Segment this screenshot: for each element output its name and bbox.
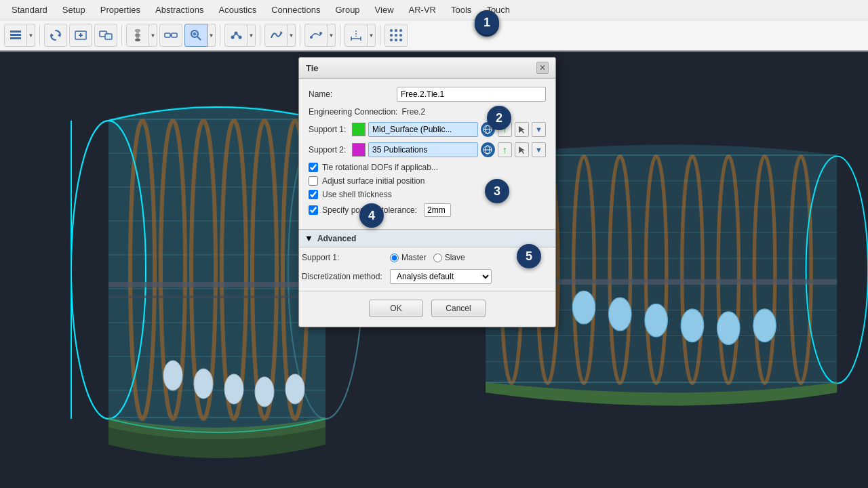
svg-rect-0 (10, 30, 21, 33)
support1-input[interactable] (368, 122, 478, 137)
menu-acoustics[interactable]: Acoustics (212, 2, 264, 18)
advanced-label: Advanced (317, 234, 356, 243)
svg-point-91 (681, 309, 704, 342)
menu-properties[interactable]: Properties (93, 2, 148, 18)
svg-point-42 (399, 39, 402, 41)
dialog-close-button[interactable]: ✕ (536, 62, 549, 74)
checkbox3-row: Use shell thickness (309, 190, 546, 199)
support2-globe-button[interactable] (481, 142, 495, 157)
menu-connections[interactable]: Connections (264, 2, 328, 18)
menu-tools[interactable]: Tools (443, 2, 479, 18)
master-option: Master (390, 253, 427, 262)
points-button-group: ▼ (224, 24, 256, 47)
svg-point-94 (753, 309, 776, 342)
svg-point-92 (609, 298, 632, 331)
support2-dropdown-button[interactable]: ▼ (532, 142, 546, 157)
badge-5: 5 (517, 244, 541, 268)
menu-group[interactable]: Group (328, 2, 367, 18)
svg-point-38 (395, 34, 397, 37)
master-label: Master (401, 253, 427, 262)
list-view-button-group: ▼ (4, 24, 35, 47)
points-arrow[interactable]: ▼ (248, 24, 256, 47)
badge-2: 2 (487, 106, 511, 130)
master-radio[interactable] (390, 253, 399, 262)
support-role-label: Support 1: (302, 253, 390, 262)
menu-setup[interactable]: Setup (55, 2, 93, 18)
disc-method-row: Discretization method: Analysis default … (302, 269, 553, 284)
cancel-button[interactable]: Cancel (431, 300, 486, 317)
support1-color (352, 123, 366, 136)
toolbar-separator-6 (340, 25, 340, 45)
support2-cursor-button[interactable] (515, 142, 529, 157)
toolbar-separator-2 (121, 25, 122, 45)
add-button[interactable] (69, 24, 92, 47)
support1-dropdown-button[interactable]: ▼ (532, 122, 546, 137)
list-view-arrow[interactable]: ▼ (27, 24, 35, 47)
svg-rect-16 (165, 33, 170, 37)
connection-button[interactable] (159, 24, 182, 47)
search-arrow[interactable]: ▼ (208, 24, 216, 47)
use-shell-checkbox[interactable] (309, 190, 318, 199)
disc-method-label: Discretization method: (302, 272, 390, 281)
curve-arrow[interactable]: ▼ (288, 24, 296, 47)
points-button[interactable] (224, 24, 248, 47)
toolbar-separator-7 (380, 25, 380, 45)
svg-point-28 (319, 32, 322, 35)
menu-standard[interactable]: Standard (4, 2, 55, 18)
tie-rotational-checkbox[interactable] (309, 163, 318, 172)
slave-option: Slave (433, 253, 465, 262)
badge-3: 3 (485, 179, 509, 203)
svg-line-26 (236, 33, 240, 37)
curve-button[interactable] (264, 24, 288, 47)
slave-radio[interactable] (433, 253, 442, 262)
support1-cursor-button[interactable] (515, 122, 529, 137)
svg-rect-2 (10, 37, 21, 39)
specify-tolerance-checkbox[interactable] (309, 205, 318, 215)
dimension-arrow[interactable]: ▼ (368, 24, 376, 47)
name-input[interactable] (397, 87, 546, 102)
tolerance-input[interactable] (424, 203, 451, 217)
svg-rect-69 (108, 296, 326, 298)
svg-point-37 (390, 34, 393, 37)
menu-bar: Standard Setup Properties Abstractions A… (0, 0, 868, 20)
support2-pin-button[interactable]: ↑ (498, 142, 512, 157)
dimension-button[interactable] (344, 24, 368, 47)
advanced-collapse-icon: ▼ (304, 233, 313, 243)
disc-method-select[interactable]: Analysis default Node to surface Surface… (390, 269, 492, 284)
svg-point-67 (163, 361, 182, 390)
toolbar-separator-3 (220, 25, 220, 45)
svg-point-40 (390, 39, 393, 41)
main-area: 1 Tie ✕ Name: Engineering Connection: Fr… (0, 52, 868, 488)
search-button[interactable] (184, 24, 208, 47)
search-button-group: ▼ (184, 24, 216, 47)
svg-point-20 (193, 33, 197, 36)
adjust-surface-checkbox[interactable] (309, 176, 318, 186)
name-label: Name: (309, 89, 397, 99)
ok-button[interactable]: OK (369, 300, 423, 317)
dialog-body: Name: Engineering Connection: Free.2 Sup… (299, 79, 555, 229)
bolt-button[interactable] (126, 24, 149, 47)
surface-arrow[interactable]: ▼ (328, 24, 336, 47)
advanced-header[interactable]: ▼ Advanced (299, 229, 555, 247)
surface-button[interactable] (304, 24, 328, 47)
list-view-button[interactable] (4, 24, 27, 47)
bolt-button-group: ▼ (126, 24, 157, 47)
dialog-titlebar: Tie ✕ (299, 58, 555, 79)
menu-view[interactable]: View (368, 2, 401, 18)
svg-rect-17 (172, 33, 177, 37)
menu-abstractions[interactable]: Abstractions (148, 2, 212, 18)
mesh-button[interactable] (384, 24, 408, 47)
checkbox2-row: Adjust surface initial position (309, 176, 546, 186)
svg-point-66 (285, 374, 304, 404)
swap-button[interactable] (94, 24, 117, 47)
checkbox3-label: Use shell thickness (322, 190, 392, 199)
svg-point-34 (390, 29, 393, 32)
support2-input[interactable] (368, 142, 478, 157)
svg-rect-9 (105, 34, 112, 39)
svg-point-36 (399, 29, 402, 32)
menu-ar-vr[interactable]: AR-VR (401, 2, 443, 18)
svg-line-21 (197, 37, 201, 40)
bolt-arrow[interactable]: ▼ (149, 24, 157, 47)
svg-point-41 (395, 39, 397, 41)
refresh-button[interactable] (44, 24, 67, 47)
